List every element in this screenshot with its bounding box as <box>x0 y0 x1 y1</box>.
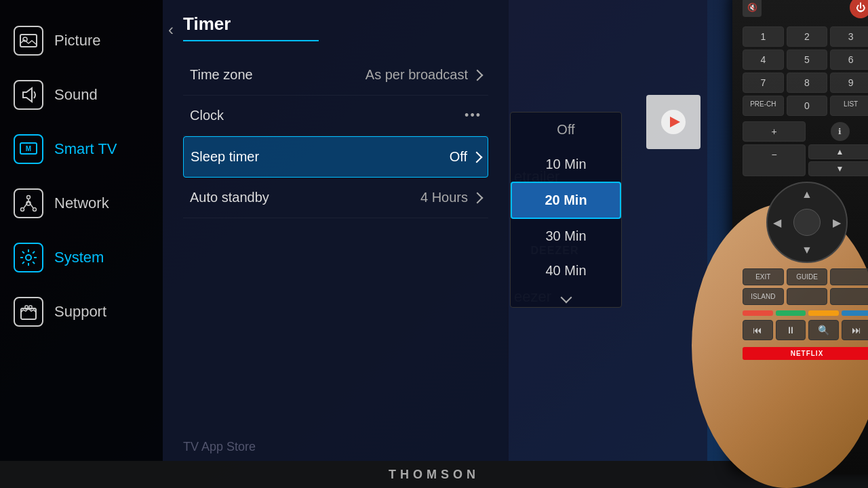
sidebar-item-label-system: System <box>54 249 104 266</box>
remote-blank2-btn[interactable] <box>787 288 828 305</box>
remote-mute-btn[interactable]: 🔇 <box>743 0 762 17</box>
timezone-value: As per broadcast <box>366 67 481 83</box>
sleep-option-off[interactable]: Off <box>511 113 621 147</box>
remote-arrows-right: ▲ ▼ <box>808 144 868 176</box>
network-icon <box>14 188 43 218</box>
clock-value: ••• <box>465 108 481 123</box>
svg-rect-13 <box>25 306 28 309</box>
remote-netflix-button[interactable]: NETFLIX <box>743 347 868 360</box>
svg-rect-14 <box>29 306 32 309</box>
remote-yellow-btn[interactable] <box>808 310 839 316</box>
settings-row-timezone[interactable]: Time zone As per broadcast <box>183 55 488 96</box>
remote-red-btn[interactable] <box>743 310 773 316</box>
remote-blank-btn[interactable] <box>830 268 868 285</box>
remote-btn-prech[interactable]: PRE-CH <box>743 96 784 116</box>
remote-green-btn[interactable] <box>776 310 806 316</box>
system-icon <box>14 243 43 272</box>
sidebar-item-label-picture: Picture <box>54 32 100 49</box>
back-button[interactable]: ‹ <box>168 20 174 39</box>
sidebar-item-sound[interactable]: Sound <box>0 68 163 122</box>
remote-btn-7[interactable]: 7 <box>743 73 784 93</box>
sidebar-item-smart-tv[interactable]: M Smart TV <box>0 122 163 176</box>
sidebar-item-network[interactable]: Network <box>0 176 163 230</box>
remote-numpad: 1 2 3 4 5 6 7 8 9 PRE-CH 0 LIST <box>743 26 868 116</box>
smart-tv-icon: M <box>14 134 43 164</box>
remote-forward-btn[interactable]: ⏭ <box>842 320 869 340</box>
remote-plus-btn[interactable]: + <box>743 121 806 142</box>
remote-power-button[interactable]: ⏻ <box>850 0 868 18</box>
remote-blank3-btn[interactable] <box>830 288 868 305</box>
remote-nav-right[interactable]: ▶ <box>833 216 841 229</box>
remote-btn-6[interactable]: 6 <box>830 49 868 70</box>
sidebar-item-support[interactable]: Support <box>0 285 163 339</box>
sleep-timer-label: Sleep timer <box>191 149 259 165</box>
remote-control: 🔇 ⏻ 1 2 3 4 5 6 7 8 9 PRE-CH 0 LIST + <box>719 0 868 488</box>
remote-up-small[interactable]: ▲ <box>808 144 868 159</box>
remote-btn-0[interactable]: 0 <box>787 96 828 116</box>
timezone-chevron <box>472 69 484 81</box>
remote-info-btn[interactable]: ℹ <box>831 122 850 141</box>
sound-icon <box>14 80 43 110</box>
sidebar-item-label-support: Support <box>54 303 106 321</box>
app-store-text: TV App Store <box>183 440 256 454</box>
sidebar-item-label-smart-tv: Smart TV <box>54 140 117 158</box>
remote-btn-1[interactable]: 1 <box>743 26 784 47</box>
panel-title: Timer <box>183 14 319 41</box>
remote-pause-btn[interactable]: ⏸ <box>776 320 806 340</box>
svg-point-11 <box>26 255 31 260</box>
main-panel: Timer Time zone As per broadcast Clock •… <box>163 0 509 461</box>
auto-standby-label: Auto standby <box>190 190 269 205</box>
remote-btn-list[interactable]: LIST <box>830 96 868 116</box>
remote-nav-up[interactable]: ▲ <box>802 188 812 201</box>
timezone-label: Time zone <box>190 67 253 83</box>
remote-zoom-btn[interactable]: 🔍 <box>808 320 839 340</box>
remote-rewind-btn[interactable]: ⏮ <box>743 320 773 340</box>
svg-rect-0 <box>20 35 37 47</box>
chevron-down-icon <box>560 292 572 304</box>
svg-text:M: M <box>26 145 31 152</box>
sidebar-item-label-sound: Sound <box>54 86 98 104</box>
remote-guide-btn[interactable]: GUIDE <box>787 268 828 285</box>
picture-icon <box>14 26 43 56</box>
remote-top-row: 🔇 ⏻ <box>743 0 868 18</box>
sidebar: Picture Sound M Smart TV <box>0 0 163 461</box>
svg-point-6 <box>33 208 37 211</box>
sleep-option-30min[interactable]: 30 Min <box>511 219 621 253</box>
auto-standby-value: 4 Hours <box>420 190 481 205</box>
remote-island-btn[interactable]: ISLAND <box>743 288 784 305</box>
svg-point-7 <box>27 196 31 199</box>
remote-nav-ok[interactable] <box>793 209 821 236</box>
auto-standby-chevron <box>472 192 484 203</box>
remote-btn-9[interactable]: 9 <box>830 73 868 93</box>
remote-exit-btn[interactable]: EXIT <box>743 268 784 285</box>
dropdown-scroll-down[interactable] <box>511 288 621 307</box>
remote-nav-left[interactable]: ◀ <box>773 216 781 229</box>
clock-label: Clock <box>190 108 224 123</box>
remote-control-row: + ℹ − ▲ ▼ <box>743 121 868 176</box>
remote-nav-down[interactable]: ▼ <box>802 244 812 256</box>
settings-row-auto-standby[interactable]: Auto standby 4 Hours <box>183 178 488 218</box>
brand-name: THOMSON <box>389 468 479 482</box>
remote-nav-area: ▲ ▼ ◀ ▶ <box>766 182 848 263</box>
sidebar-item-picture[interactable]: Picture <box>0 14 163 68</box>
remote-buttons-area: 🔇 ⏻ 1 2 3 4 5 6 7 8 9 PRE-CH 0 LIST + <box>732 0 868 370</box>
play-tile <box>646 95 701 149</box>
remote-btn-5[interactable]: 5 <box>787 49 828 70</box>
settings-row-sleep-timer[interactable]: Sleep timer Off <box>183 136 488 178</box>
remote-btn-4[interactable]: 4 <box>743 49 784 70</box>
remote-minus-btn[interactable]: − <box>743 144 806 176</box>
remote-btn-3[interactable]: 3 <box>830 26 868 47</box>
sleep-option-40min[interactable]: 40 Min <box>511 253 621 288</box>
remote-btn-8[interactable]: 8 <box>787 73 828 93</box>
sleep-option-10min[interactable]: 10 Min <box>511 147 621 182</box>
remote-btn-2[interactable]: 2 <box>787 26 828 47</box>
sleep-timer-dropdown: Off 10 Min 20 Min 30 Min 40 Min <box>510 112 622 308</box>
sleep-option-20min[interactable]: 20 Min <box>511 182 621 219</box>
sleep-timer-value: Off <box>450 149 481 165</box>
settings-row-clock[interactable]: Clock ••• <box>183 96 488 136</box>
remote-blue-btn[interactable] <box>842 310 869 316</box>
remote-down-small[interactable]: ▼ <box>808 161 868 176</box>
remote-nav-circle: ▲ ▼ ◀ ▶ <box>766 182 848 263</box>
sidebar-item-system[interactable]: System <box>0 230 163 285</box>
remote-color-buttons <box>743 310 868 316</box>
